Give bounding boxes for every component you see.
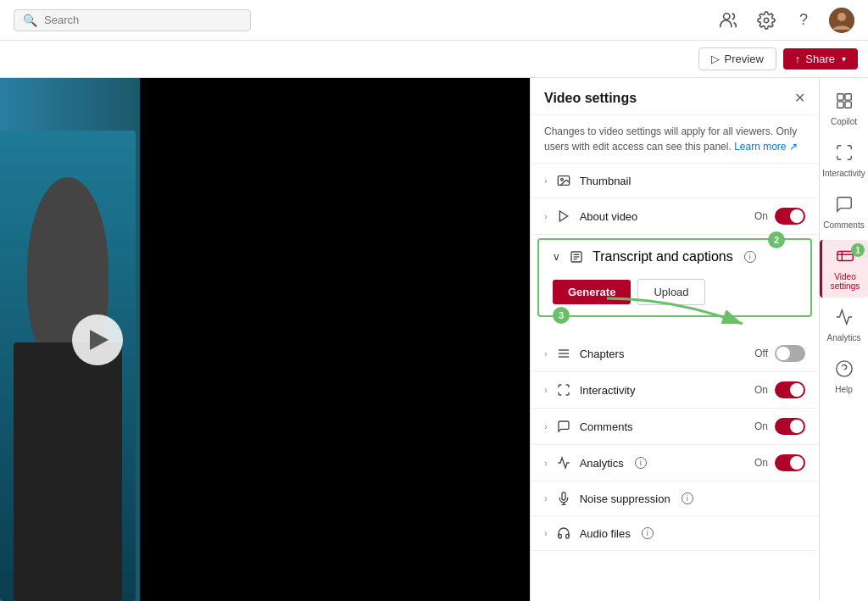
- chevron-right-icon: ›: [544, 493, 548, 504]
- about-video-left: › About video: [544, 209, 637, 224]
- interactivity-label: Interactivity: [580, 384, 636, 397]
- about-video-toggle[interactable]: [775, 208, 805, 225]
- about-video-label: About video: [580, 210, 638, 223]
- chapters-icon: [556, 346, 571, 361]
- sidebar-item-interactivity[interactable]: Interactivity: [820, 136, 868, 185]
- settings-list: › Thumbnail › About video On: [531, 164, 819, 551]
- settings-icon[interactable]: [754, 8, 778, 32]
- thumbnail-row[interactable]: › Thumbnail: [531, 164, 819, 198]
- search-box[interactable]: 🔍: [14, 9, 251, 31]
- help-sidebar-icon: [835, 359, 854, 382]
- sidebar-item-comments[interactable]: Comments: [820, 188, 868, 237]
- noise-row[interactable]: › Noise suppression i: [531, 481, 819, 516]
- svg-point-3: [837, 13, 846, 21]
- chevron-right-icon: ›: [544, 421, 548, 431]
- chapters-row[interactable]: › Chapters Off: [531, 336, 819, 372]
- spacer: [531, 320, 819, 336]
- learn-more-link[interactable]: Learn more ↗: [734, 141, 798, 153]
- thumbnail-label: Thumbnail: [580, 175, 632, 187]
- settings-description: Changes to video settings will apply for…: [531, 115, 819, 164]
- preview-button[interactable]: ▷ Preview: [698, 47, 776, 70]
- main-area: Video settings ✕ Changes to video settin…: [0, 78, 868, 601]
- analytics-status: On: [754, 457, 768, 469]
- analytics-toggle[interactable]: [775, 454, 805, 471]
- search-input[interactable]: [44, 14, 242, 26]
- transcript-label: Transcript and captions: [593, 249, 733, 264]
- comments-icon: [556, 419, 571, 434]
- transcript-expand-chevron: ∨: [553, 251, 560, 263]
- noise-info-icon[interactable]: i: [682, 492, 693, 504]
- upload-button[interactable]: Upload: [637, 279, 704, 305]
- analytics-sidebar-icon: [835, 308, 854, 331]
- badge-1: 1: [851, 243, 865, 257]
- audio-label: Audio files: [580, 527, 631, 540]
- copilot-label: Copilot: [831, 117, 857, 126]
- analytics-left: › Analytics i: [544, 455, 647, 470]
- interactivity-icon: [556, 382, 571, 398]
- transcript-info-icon[interactable]: i: [744, 251, 756, 263]
- analytics-right: On: [754, 454, 805, 471]
- analytics-sidebar-label: Analytics: [826, 333, 860, 342]
- about-video-icon: [556, 209, 571, 224]
- svg-rect-21: [837, 252, 853, 261]
- transcript-icon: [569, 249, 584, 264]
- share-button[interactable]: ↑ Share ▾: [783, 48, 858, 70]
- chevron-right-icon: ›: [544, 211, 548, 221]
- audio-info-icon[interactable]: i: [642, 527, 654, 539]
- sidebar-item-analytics[interactable]: Analytics: [820, 301, 868, 349]
- settings-title: Video settings: [544, 91, 637, 106]
- video-thumbnail: [0, 78, 530, 601]
- share-icon: ↑: [795, 53, 801, 65]
- chevron-right-icon: ›: [544, 528, 548, 538]
- chevron-right-icon: ›: [544, 385, 548, 395]
- sidebar-item-copilot[interactable]: Copilot: [820, 85, 868, 133]
- comments-label: Comments: [580, 420, 633, 433]
- noise-icon: [556, 491, 571, 506]
- about-video-row[interactable]: › About video On: [531, 198, 819, 235]
- comments-sidebar-icon: [835, 195, 854, 218]
- help-icon[interactable]: ?: [792, 8, 815, 32]
- chevron-right-icon: ›: [544, 348, 548, 359]
- search-icon: 🔍: [23, 14, 37, 27]
- svg-marker-6: [559, 211, 567, 221]
- sidebar-item-video-settings[interactable]: 1 Video settings: [820, 240, 868, 298]
- play-button[interactable]: [72, 314, 123, 365]
- comments-right: On: [754, 418, 805, 435]
- video-area: [0, 78, 530, 601]
- interactivity-toggle[interactable]: [775, 381, 805, 398]
- settings-panel: Video settings ✕ Changes to video settin…: [530, 78, 819, 601]
- interactivity-sidebar-icon: [835, 143, 854, 166]
- audio-row[interactable]: › Audio files i: [531, 516, 819, 551]
- comments-toggle[interactable]: [775, 418, 805, 435]
- help-sidebar-label: Help: [835, 385, 853, 394]
- chapters-toggle[interactable]: [775, 345, 805, 362]
- top-navigation: 🔍 ?: [0, 0, 868, 41]
- interactivity-row[interactable]: › Interactivity On: [531, 372, 819, 409]
- about-video-right: On: [754, 208, 805, 225]
- svg-rect-20: [837, 102, 843, 108]
- sidebar-item-help[interactable]: Help: [820, 353, 868, 401]
- thumbnail-icon: [556, 173, 571, 188]
- svg-rect-17: [837, 94, 843, 100]
- generate-button[interactable]: Generate: [553, 280, 631, 304]
- avatar[interactable]: [829, 8, 854, 33]
- chevron-right-icon: ›: [544, 458, 548, 468]
- interactivity-sidebar-label: Interactivity: [822, 169, 865, 178]
- analytics-label: Analytics: [580, 457, 624, 470]
- thumbnail-left: › Thumbnail: [544, 173, 631, 188]
- chevron-down-icon: ▾: [842, 54, 846, 64]
- svg-rect-18: [844, 94, 850, 100]
- analytics-icon: [556, 455, 571, 470]
- transcript-section: 2 ∨ Transcript and captions i Generate U…: [537, 238, 812, 317]
- comments-row[interactable]: › Comments On: [531, 409, 819, 445]
- chapters-left: › Chapters: [544, 346, 624, 361]
- badge-2: 2: [768, 231, 785, 248]
- analytics-info-icon[interactable]: i: [635, 457, 647, 469]
- analytics-row[interactable]: › Analytics i On: [531, 445, 819, 481]
- preview-label: Preview: [725, 53, 764, 65]
- close-button[interactable]: ✕: [794, 90, 805, 106]
- comments-sidebar-label: Comments: [823, 220, 864, 230]
- about-video-status: On: [754, 210, 768, 222]
- people-icon[interactable]: [717, 8, 741, 32]
- audio-left: › Audio files i: [544, 526, 654, 541]
